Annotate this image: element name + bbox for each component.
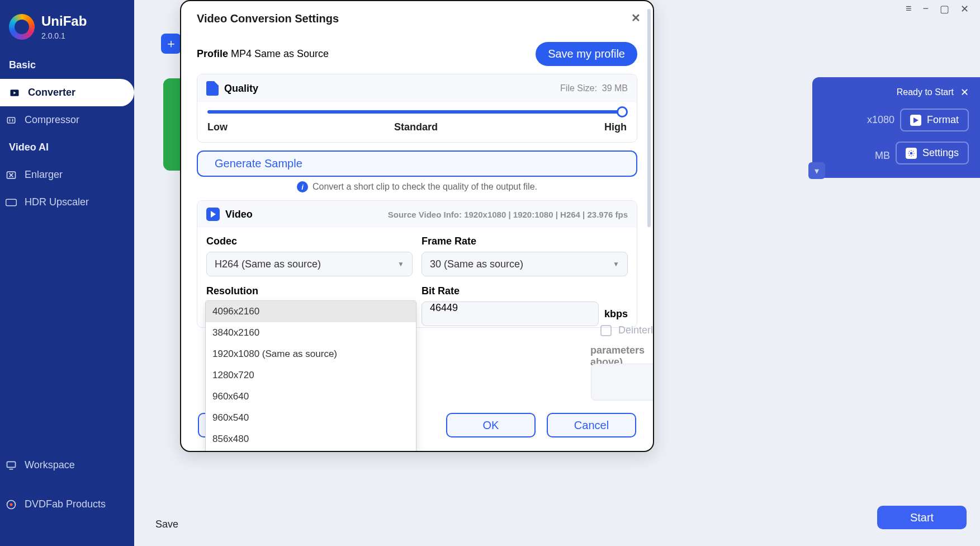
converter-icon bbox=[9, 87, 20, 98]
app-logo: UniFab 2.0.0.1 bbox=[0, 11, 134, 51]
settings-button[interactable]: Settings bbox=[896, 142, 969, 164]
app-name: UniFab bbox=[41, 13, 87, 29]
svg-point-9 bbox=[910, 152, 913, 154]
framerate-select[interactable]: 30 (Same as source) ▼ bbox=[422, 252, 628, 276]
save-profile-button[interactable]: Save my profile bbox=[536, 42, 637, 66]
compressor-icon bbox=[6, 115, 17, 126]
file-icon bbox=[206, 81, 219, 96]
quality-section: Quality File Size: 39 MB Low Standard Hi… bbox=[197, 74, 637, 143]
app-version: 2.0.0.1 bbox=[41, 31, 87, 40]
ok-button[interactable]: OK bbox=[446, 413, 536, 437]
task-panel: Ready to Start ✕ x1080 Format MB Setting… bbox=[812, 77, 980, 178]
sidebar-item-hdr-upscaler[interactable]: HDR Upscaler bbox=[0, 189, 134, 216]
panel-dropdown-icon[interactable]: ▾ bbox=[808, 162, 825, 179]
framerate-value: 30 (Same as source) bbox=[430, 258, 523, 270]
slider-handle[interactable] bbox=[617, 106, 628, 117]
maximize-icon[interactable]: ▢ bbox=[940, 3, 949, 15]
task-close-icon[interactable]: ✕ bbox=[960, 86, 969, 98]
window-controls: ≡ − ▢ ✕ bbox=[906, 3, 969, 15]
resolution-option[interactable]: 1920x1080 (Same as source) bbox=[206, 343, 416, 365]
scrollbar[interactable] bbox=[647, 9, 651, 227]
nav-section-basic: Basic bbox=[0, 51, 134, 79]
dialog-close-icon[interactable]: ✕ bbox=[631, 11, 641, 25]
codec-value: H264 (Same as source) bbox=[215, 258, 321, 270]
cancel-button[interactable]: Cancel bbox=[547, 413, 636, 437]
gear-icon bbox=[906, 148, 917, 159]
more-icon[interactable]: ≡ bbox=[906, 3, 912, 15]
deinterlacing-checkbox[interactable] bbox=[600, 325, 612, 336]
hdr-icon bbox=[6, 197, 17, 208]
framerate-label: Frame Rate bbox=[422, 236, 628, 247]
parameters-output bbox=[591, 364, 654, 401]
nav-label: HDR Upscaler bbox=[25, 196, 89, 208]
svg-marker-8 bbox=[913, 117, 919, 123]
info-row: i Convert a short clip to check the qual… bbox=[197, 181, 637, 192]
resolution-option[interactable]: 856x480 bbox=[206, 429, 416, 450]
resolution-option[interactable]: 1280x720 bbox=[206, 365, 416, 386]
bitrate-unit: kbps bbox=[604, 308, 628, 320]
video-label: Video bbox=[225, 209, 253, 220]
profile-label: Profile bbox=[197, 48, 228, 59]
sidebar-item-dvdfab[interactable]: DVDFab Products bbox=[0, 491, 134, 518]
deinterlacing-label: Deinterlacing bbox=[618, 324, 654, 336]
bitrate-input[interactable]: 46449 bbox=[422, 302, 599, 326]
sidebar: UniFab 2.0.0.1 Basic Converter Compresso… bbox=[0, 0, 134, 546]
resolution-dropdown: 4096x2160 3840x2160 1920x1080 (Same as s… bbox=[205, 300, 416, 452]
svg-point-7 bbox=[10, 503, 13, 506]
source-info: Source Video Info: 1920x1080 | 1920:1080… bbox=[388, 210, 628, 219]
info-icon: i bbox=[297, 181, 308, 192]
info-text: Convert a short clip to check the qualit… bbox=[313, 182, 537, 192]
nav-section-videoai: Video AI bbox=[0, 134, 134, 161]
codec-label: Codec bbox=[206, 236, 413, 247]
svg-rect-4 bbox=[6, 199, 17, 205]
chevron-down-icon: ▼ bbox=[613, 260, 619, 268]
nav-label: Workspace bbox=[25, 459, 75, 471]
nav-label: Converter bbox=[28, 87, 75, 98]
workspace-icon bbox=[6, 460, 17, 471]
nav-label: Compressor bbox=[25, 114, 79, 126]
quality-slider[interactable] bbox=[207, 110, 627, 114]
chevron-down-icon: ▼ bbox=[397, 260, 404, 268]
resolution-peek: x1080 bbox=[867, 114, 894, 126]
video-conversion-settings-dialog: Video Conversion Settings ✕ Profile MP4 … bbox=[180, 0, 654, 452]
resolution-option[interactable]: 800x480 bbox=[206, 450, 416, 452]
nav-label: DVDFab Products bbox=[25, 498, 106, 510]
green-card-edge bbox=[163, 78, 180, 171]
enlarger-icon bbox=[6, 170, 17, 181]
codec-select[interactable]: H264 (Same as source) ▼ bbox=[206, 252, 413, 276]
dialog-title: Video Conversion Settings bbox=[197, 12, 637, 25]
format-button[interactable]: Format bbox=[900, 109, 969, 131]
ready-status: Ready to Start bbox=[897, 87, 954, 97]
generate-sample-button[interactable]: Generate Sample bbox=[197, 150, 637, 177]
svg-rect-5 bbox=[7, 462, 16, 467]
bitrate-label: Bit Rate bbox=[422, 285, 628, 297]
add-button[interactable]: ＋ bbox=[161, 34, 181, 54]
sidebar-item-workspace[interactable]: Workspace bbox=[0, 451, 134, 479]
sidebar-item-converter[interactable]: Converter bbox=[0, 79, 134, 106]
resolution-option[interactable]: 960x540 bbox=[206, 407, 416, 429]
logo-icon bbox=[9, 14, 35, 40]
settings-label: Settings bbox=[922, 147, 959, 159]
start-button[interactable]: Start bbox=[877, 506, 967, 529]
slider-standard: Standard bbox=[394, 121, 438, 133]
minimize-icon[interactable]: − bbox=[922, 3, 929, 15]
slider-low: Low bbox=[207, 121, 228, 133]
format-icon bbox=[910, 115, 921, 126]
resolution-option[interactable]: 4096x2160 bbox=[206, 301, 416, 322]
file-size-text: File Size: 39 MB bbox=[560, 83, 628, 93]
app-close-icon[interactable]: ✕ bbox=[960, 3, 969, 15]
profile-value: MP4 Same as Source bbox=[231, 48, 329, 59]
sidebar-item-enlarger[interactable]: Enlarger bbox=[0, 161, 134, 189]
nav-label: Enlarger bbox=[25, 169, 63, 181]
save-to-label: Save bbox=[155, 519, 178, 530]
size-peek: MB bbox=[875, 150, 890, 162]
format-label: Format bbox=[927, 114, 959, 126]
slider-high: High bbox=[604, 121, 627, 133]
resolution-option[interactable]: 960x640 bbox=[206, 386, 416, 407]
video-icon bbox=[206, 208, 220, 221]
sidebar-item-compressor[interactable]: Compressor bbox=[0, 106, 134, 134]
profile-text: Profile MP4 Same as Source bbox=[197, 48, 329, 60]
svg-rect-2 bbox=[7, 117, 15, 123]
resolution-option[interactable]: 3840x2160 bbox=[206, 322, 416, 343]
dvdfab-icon bbox=[6, 499, 17, 510]
